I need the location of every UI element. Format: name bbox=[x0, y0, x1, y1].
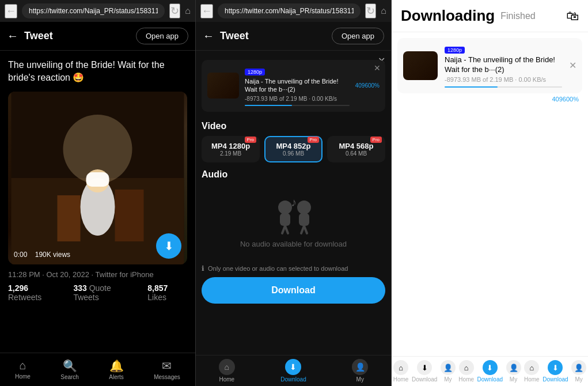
item-title: Naija - The unveiling of the Bride! Wait… bbox=[445, 55, 562, 75]
video-options: Pro MP4 1280p 2.19 MB Pro MP4 852p 0.96 … bbox=[202, 136, 385, 162]
rn-dl2-icon: ⬇ bbox=[487, 364, 493, 372]
right-nav-my-2[interactable]: 👤 My bbox=[506, 360, 521, 383]
left-home-btn[interactable]: ⌂ bbox=[185, 6, 191, 16]
rn-my1-circle: 👤 bbox=[441, 360, 456, 375]
retweet-count: 1,296 Retweets bbox=[8, 283, 62, 302]
card-close-btn[interactable]: ✕ bbox=[374, 63, 381, 73]
rn-dl2-circle: ⬇ bbox=[483, 360, 498, 375]
rn-dl3-icon: ⬇ bbox=[552, 364, 559, 372]
right-bottom-nav: ⌂ Home ⬇ Download 👤 My ⌂ Home ⬇ Download… bbox=[392, 356, 588, 386]
rn-home1-circle: ⌂ bbox=[393, 360, 408, 375]
mid-nav-home[interactable]: ⌂ Home bbox=[219, 359, 235, 383]
download-button[interactable]: Download bbox=[202, 277, 385, 304]
mid-my-circle: 👤 bbox=[352, 359, 368, 375]
item-info: 1280p Naija - The unveiling of the Bride… bbox=[445, 44, 562, 88]
rn-home2-label: Home bbox=[458, 376, 474, 383]
right-content: 1280p Naija - The unveiling of the Bride… bbox=[392, 32, 588, 356]
video-size-3: 0.64 MB bbox=[333, 150, 380, 157]
mid-download-icon: ⬇ bbox=[290, 362, 297, 372]
right-nav-home-3[interactable]: ⌂ Home bbox=[524, 360, 540, 383]
mid-url-input[interactable] bbox=[218, 3, 361, 18]
right-percent: 409600% bbox=[552, 96, 579, 103]
card-title: 1280p bbox=[245, 66, 350, 76]
video-res-3: MP4 568p bbox=[333, 142, 380, 150]
mid-tweet-back[interactable]: ← bbox=[203, 29, 214, 43]
audio-empty-svg: ♪ bbox=[271, 196, 317, 236]
svg-rect-7 bbox=[86, 172, 109, 187]
video-time: 0:00 bbox=[14, 251, 27, 259]
mid-download-label: Download bbox=[280, 376, 306, 383]
mid-refresh-btn[interactable]: ↻ bbox=[365, 3, 376, 18]
tweet-stats: 1,296 Retweets 333 Quote Tweets 8,857 Li… bbox=[8, 283, 187, 302]
left-nav-search[interactable]: 🔍 Search bbox=[60, 359, 79, 380]
left-refresh-btn[interactable]: ↻ bbox=[169, 3, 180, 18]
store-icon[interactable]: 🛍 bbox=[566, 9, 579, 24]
mid-home-icon: ⌂ bbox=[225, 362, 229, 372]
svg-rect-3 bbox=[58, 195, 81, 241]
right-nav-dl-3[interactable]: ⬇ Download bbox=[543, 360, 568, 383]
right-nav-dl-1[interactable]: ⬇ Download bbox=[412, 360, 437, 383]
video-option-568p[interactable]: Pro MP4 568p 0.64 MB bbox=[327, 136, 385, 162]
left-url-bar: ← ↻ ⌂ bbox=[0, 0, 195, 22]
rn-my2-label: My bbox=[510, 376, 517, 383]
right-nav-dl-2[interactable]: ⬇ Download bbox=[477, 360, 503, 383]
left-back-nav[interactable]: ← bbox=[5, 4, 17, 18]
item-progress-fill bbox=[445, 86, 498, 88]
left-bottom-nav: ⌂ Home 🔍 Search 🔔 Alerts ✉ Messages bbox=[0, 353, 195, 386]
left-url-input[interactable] bbox=[22, 3, 165, 18]
mid-nav-download[interactable]: ⬇ Download bbox=[280, 359, 306, 383]
mid-back-nav[interactable]: ← bbox=[200, 4, 213, 18]
rn-home1-icon: ⌂ bbox=[399, 364, 403, 372]
right-nav-my-1[interactable]: 👤 My bbox=[441, 360, 456, 383]
mid-close-btn-area: ✕ bbox=[196, 51, 391, 60]
right-nav-home-2[interactable]: ⌂ Home bbox=[458, 360, 474, 383]
rn-dl2-label: Download bbox=[477, 376, 503, 383]
right-nav-home-1[interactable]: ⌂ Home bbox=[393, 360, 409, 383]
mid-home-label: Home bbox=[219, 376, 234, 383]
mid-open-app-btn[interactable]: Open app bbox=[332, 28, 384, 44]
card-percent: 409600% bbox=[355, 82, 380, 89]
video-res-1: MP4 1280p bbox=[207, 142, 254, 150]
left-tweet-title: Tweet bbox=[24, 30, 130, 42]
right-panel: Downloading Finished 🛍 1280p Naija - The… bbox=[392, 0, 588, 386]
rn-dl1-circle: ⬇ bbox=[417, 360, 432, 375]
rn-dl1-icon: ⬇ bbox=[422, 364, 428, 372]
rn-home3-icon: ⌂ bbox=[529, 364, 534, 372]
item-thumbnail bbox=[403, 51, 438, 80]
rn-my1-icon: 👤 bbox=[443, 364, 453, 372]
left-nav-home[interactable]: ⌂ Home bbox=[15, 359, 31, 380]
info-icon: ℹ bbox=[202, 264, 204, 273]
right-header: Downloading Finished 🛍 bbox=[392, 0, 588, 32]
video-overlay: 0:00 190K views bbox=[14, 251, 70, 259]
item-quality-badge: 1280p bbox=[445, 47, 465, 54]
right-nav-my-3[interactable]: 👤 My bbox=[571, 360, 586, 383]
video-option-852p[interactable]: Pro MP4 852p 0.96 MB bbox=[264, 136, 323, 162]
mid-nav-my[interactable]: 👤 My bbox=[352, 359, 368, 383]
left-nav-messages[interactable]: ✉ Messages bbox=[154, 359, 180, 380]
left-open-app-btn[interactable]: Open app bbox=[136, 28, 188, 44]
card-progress-fill bbox=[245, 105, 292, 106]
card-meta: -8973.93 MB of 2.19 MB · 0.00 KB/s bbox=[245, 96, 350, 102]
rn-my2-icon: 👤 bbox=[509, 364, 518, 372]
middle-panel: ← ↻ ⌂ ← Tweet Open app ✕ ✕ 1280p Naija -… bbox=[196, 0, 392, 386]
mid-my-icon: 👤 bbox=[355, 362, 365, 372]
info-text: Only one video or audio can selected to … bbox=[208, 265, 348, 272]
video-download-fab[interactable]: ⬇ bbox=[156, 233, 181, 259]
left-tweet-back[interactable]: ← bbox=[7, 29, 18, 43]
item-badge-row: 1280p bbox=[445, 44, 562, 55]
mid-home-btn[interactable]: ⌂ bbox=[381, 6, 386, 16]
finished-button[interactable]: Finished bbox=[500, 11, 535, 21]
bell-icon: 🔔 bbox=[109, 359, 124, 373]
middle-main-content: Video Pro MP4 1280p 2.19 MB Pro MP4 852p… bbox=[196, 116, 391, 355]
item-close-btn[interactable]: ✕ bbox=[569, 60, 576, 71]
video-option-1280p[interactable]: Pro MP4 1280p 2.19 MB bbox=[202, 136, 260, 162]
mid-download-circle: ⬇ bbox=[285, 359, 301, 375]
pro-badge-3: Pro bbox=[370, 137, 382, 143]
rn-dl1-label: Download bbox=[412, 376, 437, 383]
rn-my2-circle: 👤 bbox=[506, 360, 521, 375]
rn-home2-icon: ⌂ bbox=[464, 364, 469, 372]
card-inner: 1280p Naija - The unveiling of the Bride… bbox=[207, 66, 380, 106]
svg-rect-9 bbox=[280, 213, 290, 226]
left-nav-alerts[interactable]: 🔔 Alerts bbox=[109, 359, 124, 380]
rn-my3-circle: 👤 bbox=[571, 360, 586, 375]
